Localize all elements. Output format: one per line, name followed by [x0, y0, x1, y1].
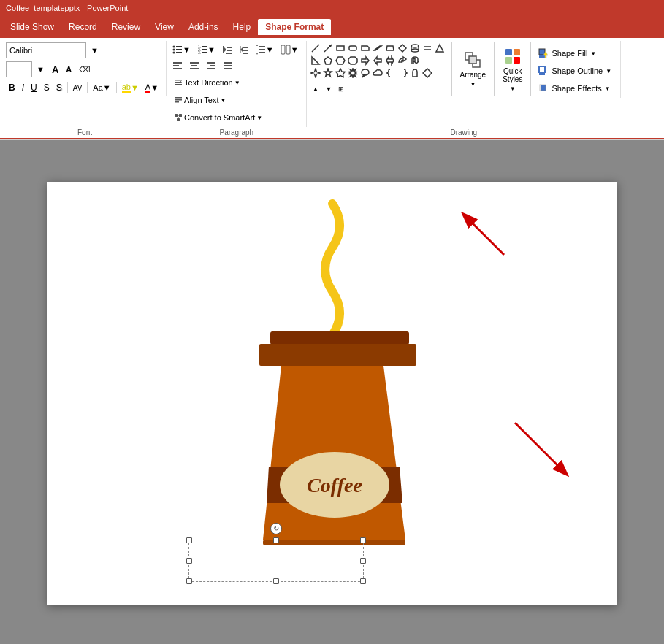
svg-rect-42 [175, 82, 180, 83]
align-left-btn[interactable] [169, 58, 186, 73]
align-right-btn[interactable] [203, 58, 219, 73]
svg-marker-79 [348, 69, 356, 77]
svg-marker-76 [311, 69, 320, 77]
quick-styles-btn[interactable]: Quick Styles ▼ [497, 42, 527, 96]
shape-diamond-icon[interactable] [397, 42, 408, 54]
shape-larrow-icon[interactable] [372, 55, 383, 66]
shape-uturn-icon[interactable] [409, 55, 421, 66]
highlight-btn[interactable]: ab▼ [119, 80, 142, 95]
shape-bracket-icon[interactable] [397, 67, 408, 79]
tab-review[interactable]: Review [104, 19, 148, 35]
shape-pentagon-icon[interactable] [322, 55, 334, 66]
decrease-indent-btn[interactable] [219, 42, 235, 57]
convert-smartart-btn[interactable]: Convert to SmartArt ▼ [169, 110, 267, 126]
shape-effects-btn[interactable]: Shape Effects ▼ [534, 81, 616, 96]
shape-parallelogram-icon[interactable] [372, 42, 383, 54]
slide-canvas[interactable]: Coffee ↻ [47, 182, 617, 605]
svg-marker-26 [256, 53, 258, 55]
svg-rect-20 [243, 50, 248, 51]
svg-marker-70 [324, 57, 332, 64]
font-size-expand-btn[interactable]: ▼ [34, 62, 47, 77]
shape-tri-icon[interactable] [434, 42, 446, 54]
increase-font-btn[interactable]: A [49, 62, 61, 77]
font-size-input[interactable]: 18 [6, 61, 32, 77]
svg-rect-16 [226, 53, 232, 54]
shape-custom1-icon[interactable] [409, 67, 421, 79]
tab-shapeformat[interactable]: Shape Format [258, 19, 331, 35]
svg-marker-77 [324, 69, 332, 77]
align-center-btn[interactable] [186, 58, 202, 73]
shape-trapezoid-icon[interactable] [384, 42, 396, 54]
bold-btn[interactable]: B [6, 80, 18, 95]
shapes-scroll-up[interactable]: ▲ [310, 82, 322, 96]
arrange-btn[interactable]: Arrange ▼ [455, 42, 492, 96]
underline-btn[interactable]: U [28, 80, 40, 95]
shape-line-icon[interactable] [310, 42, 321, 54]
tab-slideshow[interactable]: Slide Show [3, 19, 61, 35]
tab-addins[interactable]: Add-ins [181, 19, 226, 35]
shape-arrow-icon[interactable] [322, 42, 334, 54]
shape-more-icon[interactable] [421, 42, 433, 54]
clear-format-btn[interactable]: ⌫ [76, 62, 94, 77]
decrease-font-btn[interactable]: A [63, 62, 75, 77]
svg-rect-22 [259, 46, 265, 47]
shape-snip-icon[interactable] [359, 42, 371, 54]
shape-burst-icon[interactable] [347, 67, 359, 79]
justify-btn[interactable] [220, 58, 236, 73]
shape-fill-btn[interactable]: Shape Fill ▼ [534, 46, 616, 61]
text-direction-btn[interactable]: Text Direction ▼ [169, 74, 245, 91]
tab-view[interactable]: View [148, 19, 181, 35]
numbering-btn[interactable]: 1.2.3.▼ [194, 42, 218, 57]
svg-line-53 [312, 45, 319, 52]
shape-star6-icon[interactable] [335, 67, 346, 79]
font-group-label: Font [3, 127, 167, 138]
font-name-input[interactable] [6, 42, 86, 58]
shape-fill-label: Shape Fill [552, 49, 587, 58]
shape-effects-label: Shape Effects [552, 84, 601, 93]
svg-rect-28 [286, 45, 290, 54]
svg-marker-12 [224, 47, 226, 53]
svg-rect-32 [190, 62, 199, 64]
svg-marker-75 [386, 57, 394, 64]
shape-more2-icon[interactable] [421, 67, 433, 79]
slide-content-svg: Coffee [47, 182, 617, 605]
svg-point-2 [173, 49, 175, 51]
shape-rtri-icon[interactable] [310, 55, 321, 66]
svg-marker-61 [399, 45, 406, 52]
shadow-btn[interactable]: S [53, 80, 65, 95]
shape-brace-icon[interactable] [384, 67, 396, 79]
shape-roundrect-icon[interactable] [347, 42, 359, 54]
shapes-expand[interactable]: ⊞ [335, 82, 347, 96]
shape-star4-icon[interactable] [310, 67, 321, 79]
strikethrough-btn[interactable]: S [41, 80, 53, 95]
svg-marker-25 [256, 45, 258, 46]
shapes-scroll-down[interactable]: ▼ [323, 82, 335, 96]
quick-styles-label: Quick Styles [503, 67, 522, 83]
tab-record[interactable]: Record [61, 19, 104, 35]
svg-point-62 [411, 45, 419, 47]
add-columns-btn[interactable]: ▼ [278, 42, 302, 57]
shape-curvarrow-icon[interactable] [397, 55, 408, 66]
fontcolor-btn[interactable]: A▼ [142, 80, 161, 95]
shape-cloud-icon[interactable] [372, 67, 383, 79]
charspacing-btn[interactable]: AV [70, 80, 85, 95]
bullets-btn[interactable]: ▼ [169, 42, 194, 57]
shape-hexagon-icon[interactable] [335, 55, 346, 66]
shape-octagon-icon[interactable] [347, 55, 359, 66]
changecase-btn[interactable]: Aa▼ [90, 80, 113, 95]
svg-rect-11 [202, 52, 207, 53]
font-expand-btn[interactable]: ▼ [88, 43, 102, 58]
shape-cylinder-icon[interactable] [409, 42, 421, 54]
linespacing-btn[interactable]: ▼ [253, 42, 277, 57]
shape-bubble-icon[interactable] [359, 67, 371, 79]
shape-star5-icon[interactable] [322, 67, 334, 79]
italic-btn[interactable]: I [19, 80, 27, 95]
shape-outline-btn[interactable]: Shape Outline ▼ [534, 64, 616, 78]
tab-help[interactable]: Help [226, 19, 259, 35]
increase-indent-btn[interactable] [236, 42, 252, 57]
shape-arrow2-icon[interactable] [359, 55, 371, 66]
svg-marker-68 [436, 45, 443, 52]
shape-darrow-icon[interactable] [384, 55, 396, 66]
shape-rect-icon[interactable] [335, 42, 346, 54]
align-text-btn[interactable]: Align Text ▼ [169, 92, 230, 108]
